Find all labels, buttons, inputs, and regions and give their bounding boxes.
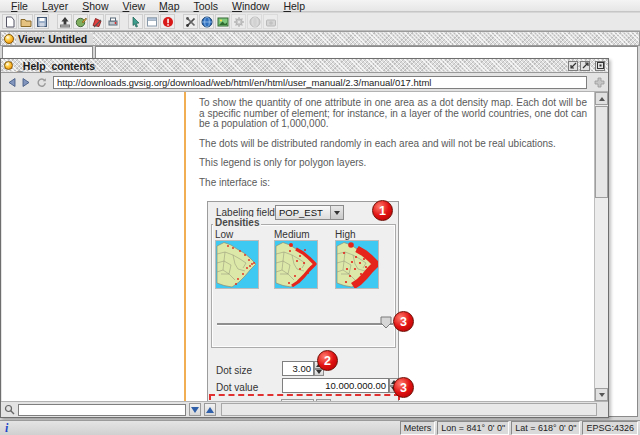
latitude-field: Lat = 618° 0' 0" xyxy=(511,421,580,435)
manual-text: To show the quantity of one attribute in… xyxy=(199,98,587,197)
density-level-label: Medium xyxy=(274,229,310,240)
longitude-field: Lon = 841° 0' 0" xyxy=(437,421,509,435)
save-project-button[interactable] xyxy=(34,14,49,29)
menu-layer[interactable]: Layer xyxy=(35,0,75,12)
menu-show[interactable]: Show xyxy=(75,0,115,12)
help-window-titlebar[interactable]: _Help_contents xyxy=(1,59,608,73)
menu-window[interactable]: Window xyxy=(225,0,276,12)
image-button[interactable] xyxy=(215,14,230,29)
print-button[interactable] xyxy=(105,14,120,29)
help-contents-window: _Help_contents To show the quantity of o… xyxy=(0,58,609,418)
globe-gray-icon xyxy=(249,16,261,28)
pointer-button[interactable] xyxy=(128,14,143,29)
paragraph: The interface is: xyxy=(199,178,587,189)
dropdown-arrow-icon xyxy=(330,206,343,219)
globe-icon xyxy=(201,16,213,28)
add-layer-button[interactable] xyxy=(57,14,72,29)
polygon-edit-icon xyxy=(91,16,103,28)
callout-3b: 3 xyxy=(393,377,414,398)
status-bar: i Meters Lon = 841° 0' 0" Lat = 618° 0' … xyxy=(0,420,640,435)
gvsig-application: File Layer Show View Map Tools Window He… xyxy=(0,0,640,435)
tools-button[interactable] xyxy=(183,14,198,29)
densities-group-label: Densities xyxy=(213,217,261,228)
edit-globe-icon xyxy=(75,16,87,28)
globe-disabled-button[interactable] xyxy=(247,14,262,29)
close-icon xyxy=(597,62,604,69)
refresh-button[interactable] xyxy=(35,76,48,89)
density-medium-image xyxy=(274,240,318,289)
back-arrow-icon xyxy=(6,77,17,88)
close-button[interactable] xyxy=(595,61,605,71)
polygon-edit-button[interactable] xyxy=(89,14,104,29)
window-icon xyxy=(146,16,158,28)
view-window-title: View: Untitled xyxy=(16,33,93,45)
menu-view[interactable]: View xyxy=(116,0,153,12)
go-plus-icon xyxy=(594,77,605,88)
web-globe-button[interactable] xyxy=(199,14,214,29)
add-layer-icon xyxy=(59,16,71,28)
gear-button[interactable] xyxy=(231,14,246,29)
url-input[interactable] xyxy=(53,76,587,89)
save-icon xyxy=(36,16,48,28)
maximize-button[interactable] xyxy=(580,61,590,71)
find-next-button[interactable] xyxy=(189,403,201,416)
gvsig-window-icon xyxy=(4,34,14,44)
paragraph: The dots will be distributed randomly in… xyxy=(199,139,587,150)
density-high-image xyxy=(335,240,379,289)
paragraph: This legend is only for polygon layers. xyxy=(199,158,587,169)
density-low-image xyxy=(215,240,259,289)
window-button[interactable] xyxy=(144,14,159,29)
view-window-titlebar[interactable]: View: Untitled xyxy=(0,31,640,46)
menu-file[interactable]: File xyxy=(4,0,35,12)
error-console-button[interactable] xyxy=(160,14,175,29)
back-button[interactable] xyxy=(5,76,18,89)
callout-3a: 3 xyxy=(393,311,414,332)
dot-size-value: 3.00 xyxy=(282,361,314,376)
density-slider-thumb xyxy=(380,316,392,329)
callout-2: 2 xyxy=(317,350,338,371)
forward-button[interactable] xyxy=(20,76,33,89)
paragraph: To show the quantity of one attribute in… xyxy=(199,98,587,130)
go-button[interactable] xyxy=(593,76,606,89)
scroll-down-button[interactable] xyxy=(595,388,608,401)
help-page: To show the quantity of one attribute in… xyxy=(186,92,594,401)
snapshot-icon xyxy=(265,16,277,28)
open-project-button[interactable] xyxy=(18,14,33,29)
help-toc-pane xyxy=(2,92,184,401)
image-icon xyxy=(217,16,229,28)
dot-value-label: Dot value xyxy=(216,382,258,393)
find-previous-button[interactable] xyxy=(204,403,216,416)
pointer-arrow-icon xyxy=(130,16,142,28)
menu-tools[interactable]: Tools xyxy=(187,0,226,12)
help-search-bar xyxy=(1,401,608,417)
menu-bar: File Layer Show View Map Tools Window He… xyxy=(0,0,640,12)
vertical-scrollbar[interactable] xyxy=(594,92,608,401)
dot-value-value: 10.000.000.00 xyxy=(282,378,389,393)
menu-help[interactable]: Help xyxy=(276,0,312,12)
dot-density-dialog-figure: Labeling field. POP_EST Densities Low Me… xyxy=(207,201,399,401)
search-input[interactable] xyxy=(18,404,186,416)
help-window-icon xyxy=(4,61,13,70)
maximize-icon xyxy=(582,62,589,69)
printer-icon xyxy=(107,16,119,28)
info-icon: i xyxy=(5,422,8,435)
search-icon xyxy=(4,404,15,415)
minimize-icon xyxy=(570,62,577,69)
error-icon xyxy=(162,16,174,28)
labeling-field-value: POP_EST xyxy=(276,207,330,218)
edit-globe-button[interactable] xyxy=(73,14,88,29)
minimize-button[interactable] xyxy=(568,61,578,71)
new-document-icon xyxy=(4,16,16,28)
density-slider-track xyxy=(217,323,393,326)
scroll-up-icon xyxy=(599,97,605,101)
scroll-up-button[interactable] xyxy=(595,92,608,105)
labeling-field-dropdown: POP_EST xyxy=(275,205,344,220)
menu-map[interactable]: Map xyxy=(152,0,186,12)
units-field: Meters xyxy=(400,421,436,435)
scrollbar-thumb[interactable] xyxy=(595,106,608,198)
find-next-icon xyxy=(191,407,199,413)
scroll-down-icon xyxy=(599,393,605,397)
new-document-button[interactable] xyxy=(2,14,17,29)
tools-icon xyxy=(185,16,197,28)
snapshot-button[interactable] xyxy=(263,14,278,29)
